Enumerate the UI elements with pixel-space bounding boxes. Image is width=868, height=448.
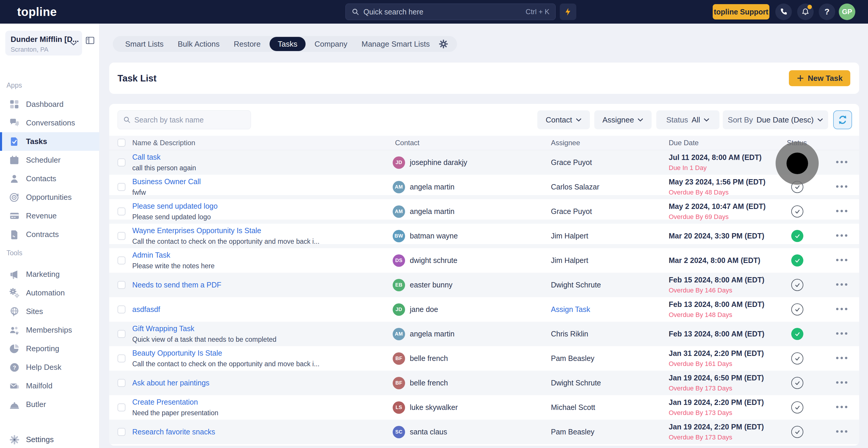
task-search-input[interactable]: Search by task name [118, 110, 251, 129]
row-menu-button[interactable] [836, 332, 847, 335]
collapse-sidebar-button[interactable] [85, 35, 95, 45]
task-title-link[interactable]: Business Owner Call [132, 178, 386, 186]
contact-name[interactable]: batman wayne [410, 232, 458, 240]
sidebar-item-contracts[interactable]: Contracts [0, 225, 99, 244]
sidebar-item-memberships[interactable]: Memberships [0, 321, 99, 340]
row-menu-button[interactable] [836, 210, 847, 212]
status-complete-button[interactable] [791, 328, 803, 340]
new-task-button[interactable]: New Task [789, 70, 850, 86]
status-incomplete-button[interactable] [791, 377, 803, 389]
row-menu-button[interactable] [836, 381, 847, 384]
row-checkbox[interactable] [118, 183, 125, 191]
row-menu-button[interactable] [836, 357, 847, 359]
contact-name[interactable]: belle french [410, 379, 448, 387]
status-incomplete-button[interactable] [791, 279, 803, 291]
contact-name[interactable]: angela martin [410, 207, 454, 216]
refresh-button[interactable] [833, 110, 852, 129]
contact-name[interactable]: easter bunny [410, 281, 453, 289]
contact-name[interactable]: angela martin [410, 330, 454, 338]
status-incomplete-button[interactable] [791, 303, 803, 316]
sidebar-item-marketing[interactable]: Marketing [0, 265, 99, 284]
support-button[interactable]: topline Support [713, 4, 769, 20]
org-switcher[interactable]: Dunder Mifflin [D... Scranton, PA [5, 31, 82, 56]
phone-button[interactable] [775, 4, 792, 20]
task-title-link[interactable]: Beauty Opportunity Is Stale [132, 349, 386, 357]
status-incomplete-button[interactable] [791, 426, 803, 438]
sidebar-item-settings[interactable]: Settings [0, 430, 99, 448]
contact-name[interactable]: luke skywalker [410, 403, 458, 412]
row-menu-button[interactable] [836, 406, 847, 408]
status-complete-button[interactable] [791, 230, 803, 242]
tab-manage-smart-lists[interactable]: Manage Smart Lists [354, 36, 437, 52]
row-menu-button[interactable] [836, 308, 847, 310]
sidebar-item-revenue[interactable]: Revenue [0, 206, 99, 225]
sidebar-item-automation[interactable]: Automation [0, 284, 99, 302]
sidebar-item-tasks[interactable]: Tasks [0, 132, 99, 151]
sidebar-item-help-desk[interactable]: ?Help Desk [0, 358, 99, 377]
list-settings-gear-icon[interactable] [439, 39, 448, 49]
task-title-link[interactable]: Call task [132, 153, 386, 161]
select-all-checkbox[interactable] [118, 139, 125, 147]
sort-dropdown[interactable]: Sort By Due Date (Desc) [723, 110, 828, 129]
tab-restore[interactable]: Restore [227, 36, 268, 52]
sidebar-item-butler[interactable]: Butler [0, 395, 99, 414]
task-title-link[interactable]: Wayne Enterprises Opportunity Is Stale [132, 226, 386, 235]
assign-task-link[interactable]: Assign Task [551, 297, 590, 322]
row-menu-button[interactable] [836, 161, 847, 163]
row-checkbox[interactable] [118, 354, 125, 362]
row-checkbox[interactable] [118, 256, 125, 264]
status-complete-button[interactable] [791, 254, 803, 266]
status-incomplete-button[interactable] [791, 205, 803, 218]
contact-name[interactable]: jane doe [410, 305, 438, 314]
notifications-button[interactable] [797, 4, 814, 20]
sidebar-item-conversations[interactable]: Conversations [0, 114, 99, 132]
task-title-link[interactable]: Ask about her paintings [132, 379, 386, 387]
user-avatar[interactable]: GP [839, 4, 855, 20]
sidebar-item-scheduler[interactable]: Scheduler [0, 151, 99, 169]
status-incomplete-button[interactable] [791, 402, 803, 413]
task-title-link[interactable]: Needs to send them a PDF [132, 281, 386, 289]
task-title-link[interactable]: asdfasdf [132, 305, 386, 314]
row-checkbox[interactable] [118, 158, 125, 166]
help-button[interactable]: ? [819, 4, 835, 20]
tab-smart-lists[interactable]: Smart Lists [118, 36, 170, 52]
row-menu-button[interactable] [836, 185, 847, 188]
contact-name[interactable]: angela martin [410, 183, 454, 191]
contact-name[interactable]: santa claus [410, 428, 447, 436]
row-menu-button[interactable] [836, 430, 847, 433]
row-checkbox[interactable] [118, 379, 125, 387]
contact-name[interactable]: dwight schrute [410, 256, 457, 265]
contact-name[interactable]: josephine darakjy [410, 158, 467, 167]
status-incomplete-button[interactable] [791, 352, 803, 364]
quick-search-input[interactable]: Quick search here Ctrl + K [345, 4, 556, 20]
row-menu-button[interactable] [836, 283, 847, 286]
row-checkbox[interactable] [118, 330, 125, 338]
tab-bulk-actions[interactable]: Bulk Actions [170, 36, 227, 52]
task-title-link[interactable]: Create Presentation [132, 398, 386, 406]
sidebar-item-mailfold[interactable]: Mailfold [0, 377, 99, 395]
sidebar-item-dashboard[interactable]: Dashboard [0, 95, 99, 114]
row-checkbox[interactable] [118, 404, 125, 411]
row-menu-button[interactable] [836, 259, 847, 261]
quick-actions-button[interactable] [560, 4, 576, 20]
tab-company[interactable]: Company [307, 36, 354, 52]
row-menu-button[interactable] [836, 234, 847, 237]
row-checkbox[interactable] [118, 232, 125, 240]
task-title-link[interactable]: Please send updated logo [132, 202, 386, 211]
assignee-filter-dropdown[interactable]: Assignee [594, 110, 652, 129]
row-checkbox[interactable] [118, 207, 125, 216]
task-title-link[interactable]: Gift Wrapping Task [132, 324, 386, 333]
contact-filter-dropdown[interactable]: Contact [537, 110, 590, 129]
sidebar-item-opportunities[interactable]: Opportunities [0, 188, 99, 206]
tab-tasks[interactable]: Tasks [270, 37, 306, 51]
contact-name[interactable]: belle french [410, 354, 448, 363]
task-title-link[interactable]: Research favorite snacks [132, 428, 386, 436]
status-filter-dropdown[interactable]: Status All [656, 110, 719, 129]
sidebar-item-reporting[interactable]: Reporting [0, 340, 99, 358]
sidebar-item-contacts[interactable]: Contacts [0, 169, 99, 188]
sidebar-item-sites[interactable]: Sites [0, 302, 99, 321]
row-checkbox[interactable] [118, 306, 125, 313]
row-checkbox[interactable] [118, 428, 125, 436]
task-title-link[interactable]: Admin Task [132, 251, 386, 259]
row-checkbox[interactable] [118, 281, 125, 289]
